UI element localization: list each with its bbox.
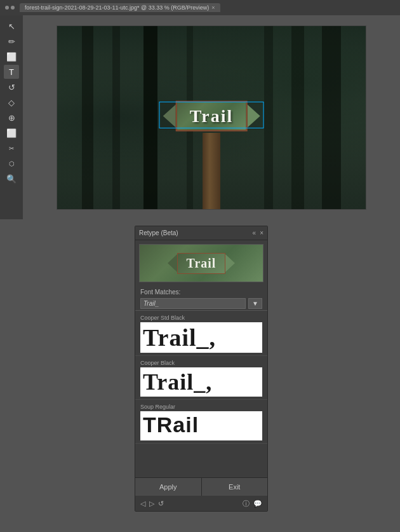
left-toolbar: ↖ ✏ ⬜ T ↺ ◇ ⊕ ⬜ ✂ ⬡ 🔍 <box>0 15 23 219</box>
sign-body: Trail <box>176 100 248 131</box>
photoshop-window: forest-trail-sign-2021-08-29-21-03-11-ut… <box>0 0 400 219</box>
canvas-image: Trail <box>57 25 366 210</box>
filter-button[interactable]: ▼ <box>248 298 262 309</box>
tool-crop[interactable]: ⊕ <box>4 111 19 125</box>
font-name-soup: Soup Regular <box>140 404 262 410</box>
tool-clone[interactable]: ⬡ <box>4 156 19 170</box>
font-search-row: ▼ <box>135 297 267 310</box>
tree-bar-7 <box>264 26 273 209</box>
tool-heal[interactable]: ✂ <box>4 141 19 155</box>
font-name-cooper-black: Cooper Black <box>140 360 262 366</box>
font-item-cooper-black[interactable]: Cooper Black Trail_, <box>135 356 267 400</box>
panel-titlebar: Retype (Beta) « × <box>135 226 267 240</box>
panel-btn-row: Apply Exit <box>135 478 267 496</box>
chat-icon[interactable]: 💬 <box>253 500 262 508</box>
document-tab[interactable]: forest-trail-sign-2021-08-29-21-03-11-ut… <box>20 3 220 12</box>
tool-brush[interactable]: ✏ <box>4 34 19 48</box>
tree-bar-1 <box>82 26 93 209</box>
panel-bottom: Apply Exit ◁ ▷ ↺ ⓘ 💬 <box>135 477 267 511</box>
panel-left-icons: ◁ ▷ ↺ <box>140 500 164 508</box>
tree-bar-2 <box>112 26 120 209</box>
font-preview-soup: TRail <box>140 411 262 440</box>
trail-sign: Trail <box>163 100 260 131</box>
tool-type[interactable]: T <box>4 65 19 79</box>
font-matches-label: Font Matches: <box>135 286 267 297</box>
tool-rect[interactable]: ⬜ <box>4 50 19 64</box>
exit-button[interactable]: Exit <box>202 478 268 496</box>
sign-arrow-left <box>163 104 176 127</box>
tab-bar: forest-trail-sign-2021-08-29-21-03-11-ut… <box>0 0 400 15</box>
canvas-area: Trail <box>23 15 400 219</box>
tool-select[interactable]: ↖ <box>4 19 19 33</box>
tree-bar-6 <box>322 26 341 209</box>
preview-sign-text: Trail <box>187 256 217 270</box>
window-dots <box>5 6 15 10</box>
panel-icon-row: ◁ ▷ ↺ ⓘ 💬 <box>135 496 267 511</box>
apply-button[interactable]: Apply <box>135 478 202 496</box>
panel-close-button[interactable]: × <box>260 229 263 236</box>
tool-lasso[interactable]: ◇ <box>4 95 19 109</box>
font-item-cooper-std-black[interactable]: Cooper Std Black Trail_, <box>135 311 267 356</box>
panel-controls: « × <box>253 229 263 236</box>
font-preview-cooper-black: Trail_, <box>140 367 262 397</box>
tool-rect2[interactable]: ⬜ <box>4 126 19 140</box>
panel-collapse-button[interactable]: « <box>253 229 257 236</box>
font-preview-cooper-std: Trail_, <box>140 322 262 353</box>
sign-text: Trail <box>190 106 234 125</box>
font-search-input[interactable] <box>140 298 246 309</box>
font-name-cooper-std: Cooper Std Black <box>140 315 262 321</box>
tree-bar-5 <box>291 26 304 209</box>
panel-preview: Trail <box>139 244 263 282</box>
sign-arrow-right <box>247 104 260 127</box>
wooden-post <box>203 133 220 209</box>
panel-title: Retype (Beta) <box>139 229 178 236</box>
info-icon[interactable]: ⓘ <box>243 499 250 508</box>
tree-bar-3 <box>143 26 157 209</box>
filter-icon: ▼ <box>252 300 258 307</box>
dot-2 <box>11 6 15 10</box>
preview-arrow-right <box>225 254 235 272</box>
retype-panel: Retype (Beta) « × Trail Font Matches: ▼ … <box>135 226 268 512</box>
back-icon[interactable]: ◁ <box>140 500 145 508</box>
font-list-inner[interactable]: Cooper Std Black Trail_, Cooper Black Tr… <box>135 311 267 477</box>
font-item-soup-regular[interactable]: Soup Regular TRail <box>135 400 267 444</box>
tool-rotate[interactable]: ↺ <box>4 80 19 94</box>
preview-sign-body: Trail <box>177 253 226 274</box>
preview-arrow-left <box>168 254 177 272</box>
refresh-icon[interactable]: ↺ <box>158 500 164 508</box>
forward-icon[interactable]: ▷ <box>149 500 154 508</box>
tool-zoom[interactable]: 🔍 <box>4 172 19 186</box>
ps-main-area: ↖ ✏ ⬜ T ↺ ◇ ⊕ ⬜ ✂ ⬡ 🔍 <box>0 15 400 219</box>
tab-label: forest-trail-sign-2021-08-29-21-03-11-ut… <box>25 4 209 11</box>
tab-close-button[interactable]: × <box>211 4 215 11</box>
panel-right-icons: ⓘ 💬 <box>243 499 262 508</box>
font-list: Cooper Std Black Trail_, Cooper Black Tr… <box>135 310 267 477</box>
dot-1 <box>5 6 9 10</box>
